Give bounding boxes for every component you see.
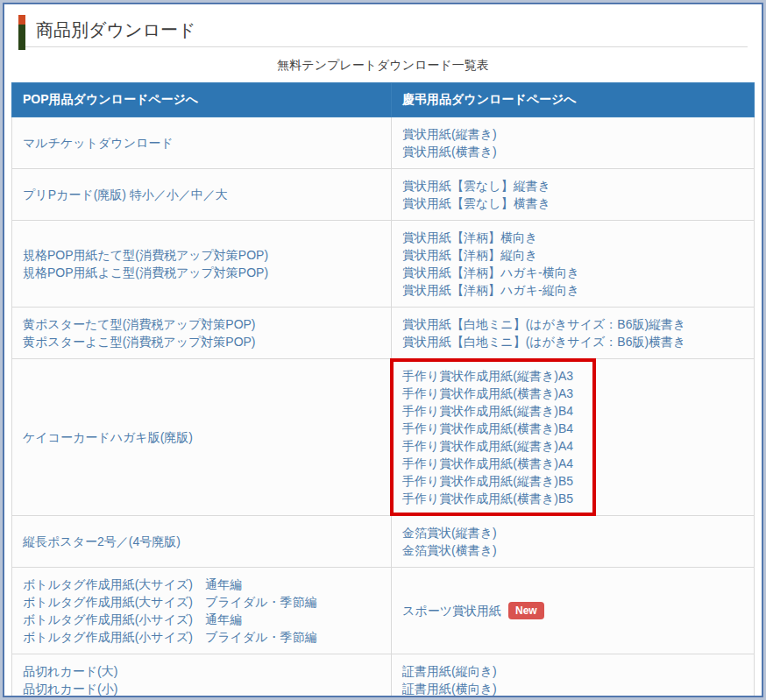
table-row: ケイコーカードハガキ版(廃版) 手作り賞状作成用紙(縦書き)A3手作り賞状作成用… [12, 359, 755, 516]
ceremonial-cell: 賞状用紙(縦書き)賞状用紙(横書き) [392, 117, 755, 169]
download-link[interactable]: ボトルタグ作成用紙(小サイズ) ブライダル・季節編 [23, 630, 317, 644]
download-link[interactable]: 賞状用紙【白地ミニ】(はがきサイズ：B6版)縦書き [402, 317, 685, 331]
download-link[interactable]: 手作り賞状作成用紙(縦書き)B5 [402, 474, 573, 488]
ceremonial-cell: 賞状用紙【雲なし】縦書き賞状用紙【雲なし】横書き [392, 169, 755, 221]
link-line: 賞状用紙【雲なし】縦書き [402, 177, 743, 194]
link-line: 手作り賞状作成用紙(横書き)A4 [402, 455, 743, 472]
link-line: ケイコーカードハガキ版(廃版) [23, 428, 380, 446]
table-row: 規格POP用紙たて型(消費税アップ対策POP)規格POP用紙よこ型(消費税アップ… [12, 221, 755, 308]
link-line: 証書用紙(横向き) [402, 680, 743, 697]
download-link[interactable]: 手作り賞状作成用紙(横書き)A3 [402, 386, 573, 400]
page-header: 商品別ダウンロード [4, 4, 762, 47]
download-link[interactable]: 縦長ポスター2号／(4号廃版) [23, 534, 181, 548]
download-link[interactable]: 賞状用紙【洋柄】ハガキ-縦向き [402, 283, 579, 297]
download-link[interactable]: マルチケットダウンロード [23, 136, 174, 150]
link-line: 手作り賞状作成用紙(横書き)A3 [402, 385, 743, 402]
download-link[interactable]: 手作り賞状作成用紙(横書き)B5 [402, 491, 573, 506]
link-line: 手作り賞状作成用紙(縦書き)A4 [402, 437, 743, 455]
ceremonial-cell: スポーツ賞状用紙New [392, 568, 755, 654]
download-link[interactable]: ボトルタグ作成用紙(小サイズ) 通年編 [23, 612, 242, 626]
table-row: 品切れカード(大)品切れカード(小) 証書用紙(縦向き)証書用紙(横向き) [12, 654, 755, 698]
table-row: ボトルタグ作成用紙(大サイズ) 通年編ボトルタグ作成用紙(大サイズ) ブライダル… [12, 568, 755, 654]
download-link[interactable]: スポーツ賞状用紙 [402, 604, 501, 618]
pop-cell: プリPカード(廃版) 特小／小／中／大 [12, 169, 392, 221]
download-link[interactable]: 証書用紙(横向き) [402, 682, 497, 696]
download-link[interactable]: 規格POP用紙よこ型(消費税アップ対策POP) [23, 265, 268, 279]
download-link[interactable]: 手作り賞状作成用紙(横書き)B4 [402, 421, 573, 435]
download-link[interactable]: 手作り賞状作成用紙(縦書き)A4 [402, 439, 573, 453]
download-link[interactable]: 賞状用紙【雲なし】縦書き [402, 179, 550, 193]
link-line: 品切れカード(大) [23, 662, 380, 680]
link-line: 賞状用紙(横書き) [402, 143, 743, 160]
title-row: 商品別ダウンロード [18, 15, 748, 47]
download-link[interactable]: ボトルタグ作成用紙(大サイズ) ブライダル・季節編 [23, 595, 317, 609]
ceremonial-cell: 賞状用紙【洋柄】横向き賞状用紙【洋柄】縦向き賞状用紙【洋柄】ハガキ-横向き賞状用… [392, 221, 755, 308]
link-line: 規格POP用紙よこ型(消費税アップ対策POP) [23, 264, 380, 281]
download-link[interactable]: 賞状用紙【洋柄】縦向き [402, 248, 537, 262]
download-link[interactable]: 賞状用紙【洋柄】横向き [402, 230, 537, 244]
download-link[interactable]: 手作り賞状作成用紙(横書き)A4 [402, 456, 573, 470]
link-line: 金箔賞状(横書き) [402, 541, 743, 559]
download-link[interactable]: 証書用紙(縦向き) [402, 664, 497, 678]
page-frame: 商品別ダウンロード 無料テンプレートダウンロード一覧表 POP用品ダウンロードペ… [0, 0, 766, 700]
download-link[interactable]: 金箔賞状(横書き) [402, 543, 497, 557]
pop-cell: ボトルタグ作成用紙(大サイズ) 通年編ボトルタグ作成用紙(大サイズ) ブライダル… [12, 568, 392, 654]
column-header-ceremonial[interactable]: 慶弔用品ダウンロードページへ [392, 83, 755, 117]
link-line: ボトルタグ作成用紙(大サイズ) 通年編 [23, 576, 380, 593]
ceremonial-cell: 金箔賞状(縦書き)金箔賞状(横書き) [392, 516, 755, 568]
link-line: 黄ポスターよこ型(消費税アップ対策POP) [23, 333, 380, 350]
download-link[interactable]: 品切れカード(大) [23, 664, 117, 678]
link-line: 手作り賞状作成用紙(横書き)B5 [402, 490, 743, 507]
table-row: マルチケットダウンロード 賞状用紙(縦書き)賞状用紙(横書き) [12, 117, 755, 169]
pop-cell: 縦長ポスター2号／(4号廃版) [12, 516, 392, 568]
link-line: 賞状用紙(縦書き) [402, 125, 743, 143]
column-header-pop[interactable]: POP用品ダウンロードページへ [12, 83, 392, 117]
table-header-row: POP用品ダウンロードページへ 慶弔用品ダウンロードページへ [12, 83, 755, 117]
link-line: スポーツ賞状用紙New [402, 602, 743, 619]
download-link[interactable]: ケイコーカードハガキ版(廃版) [23, 430, 193, 444]
link-line: 賞状用紙【雲なし】横書き [402, 194, 743, 212]
link-line: 賞状用紙【白地ミニ】(はがきサイズ：B6版)横書き [402, 333, 743, 350]
download-link[interactable]: 賞状用紙【白地ミニ】(はがきサイズ：B6版)横書き [402, 335, 685, 349]
link-line: 金箔賞状(縦書き) [402, 524, 743, 541]
ceremonial-cell: 手作り賞状作成用紙(縦書き)A3手作り賞状作成用紙(横書き)A3手作り賞状作成用… [392, 359, 755, 516]
table-row: プリPカード(廃版) 特小／小／中／大 賞状用紙【雲なし】縦書き賞状用紙【雲なし… [12, 169, 755, 221]
link-line: 手作り賞状作成用紙(縦書き)B4 [402, 402, 743, 420]
table-body: マルチケットダウンロード 賞状用紙(縦書き)賞状用紙(横書き) プリPカード(廃… [12, 117, 755, 698]
download-link[interactable]: 手作り賞状作成用紙(縦書き)B4 [402, 404, 573, 418]
download-link[interactable]: 品切れカード(小) [23, 682, 117, 696]
page-content: 商品別ダウンロード 無料テンプレートダウンロード一覧表 POP用品ダウンロードペ… [3, 3, 763, 697]
download-link[interactable]: 規格POP用紙たて型(消費税アップ対策POP) [23, 248, 268, 262]
download-link[interactable]: 黄ポスターたて型(消費税アップ対策POP) [23, 317, 256, 331]
link-line: 賞状用紙【白地ミニ】(はがきサイズ：B6版)縦書き [402, 315, 743, 333]
link-line: 品切れカード(小) [23, 680, 380, 697]
download-link[interactable]: 黄ポスターよこ型(消費税アップ対策POP) [23, 335, 256, 349]
page-title: 商品別ダウンロード [36, 18, 195, 41]
pop-cell: ケイコーカードハガキ版(廃版) [12, 359, 392, 516]
download-link[interactable]: 賞状用紙(横書き) [402, 145, 497, 159]
link-line: ボトルタグ作成用紙(大サイズ) ブライダル・季節編 [23, 593, 380, 611]
link-line: 手作り賞状作成用紙(横書き)B4 [402, 420, 743, 437]
pop-cell: 黄ポスターたて型(消費税アップ対策POP)黄ポスターよこ型(消費税アップ対策PO… [12, 308, 392, 359]
link-line: 規格POP用紙たて型(消費税アップ対策POP) [23, 246, 380, 264]
download-link[interactable]: 賞状用紙【洋柄】ハガキ-横向き [402, 265, 579, 279]
ceremonial-cell: 証書用紙(縦向き)証書用紙(横向き) [392, 654, 755, 698]
table-row: 縦長ポスター2号／(4号廃版) 金箔賞状(縦書き)金箔賞状(横書き) [12, 516, 755, 568]
link-line: 賞状用紙【洋柄】横向き [402, 229, 743, 246]
accent-bar-icon [18, 15, 25, 50]
download-link[interactable]: ボトルタグ作成用紙(大サイズ) 通年編 [23, 577, 242, 591]
download-link[interactable]: 賞状用紙(縦書き) [402, 127, 497, 141]
link-line: 手作り賞状作成用紙(縦書き)B5 [402, 472, 743, 490]
download-link[interactable]: 手作り賞状作成用紙(縦書き)A3 [402, 369, 573, 383]
link-line: 証書用紙(縦向き) [402, 662, 743, 680]
download-link[interactable]: プリPカード(廃版) 特小／小／中／大 [23, 187, 228, 202]
link-line: プリPカード(廃版) 特小／小／中／大 [23, 186, 380, 203]
download-link[interactable]: 賞状用紙【雲なし】横書き [402, 196, 550, 210]
download-link[interactable]: 金箔賞状(縦書き) [402, 526, 497, 540]
link-line: 賞状用紙【洋柄】縦向き [402, 246, 743, 264]
table-caption: 無料テンプレートダウンロード一覧表 [4, 58, 762, 74]
link-line: マルチケットダウンロード [23, 134, 380, 152]
link-line: 縦長ポスター2号／(4号廃版) [23, 533, 380, 550]
pop-cell: 品切れカード(大)品切れカード(小) [12, 654, 392, 698]
link-line: 黄ポスターたて型(消費税アップ対策POP) [23, 315, 380, 333]
